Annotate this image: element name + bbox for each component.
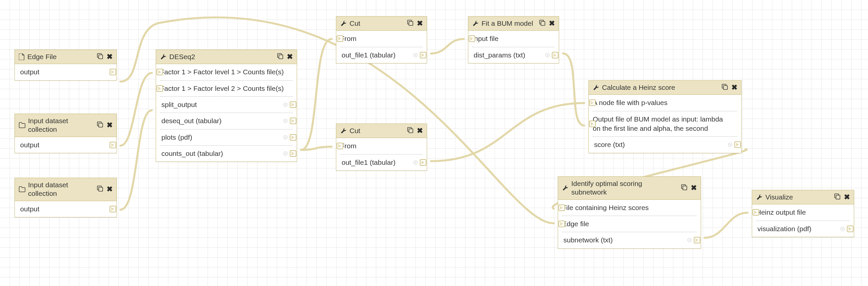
node-cut-2[interactable]: Cut ✖ From out_file1 (tabular) (336, 123, 427, 171)
duplicate-icon[interactable] (97, 53, 103, 61)
duplicate-icon[interactable] (721, 84, 728, 92)
node-header[interactable]: Edge File ✖ (15, 50, 117, 64)
output-terminal[interactable] (694, 237, 700, 244)
output-label: out_file1 (tabular) (342, 51, 395, 59)
output-terminal[interactable] (734, 141, 741, 148)
input-terminal[interactable] (589, 99, 596, 106)
node-calculate-heinz-score[interactable]: Calculate a Heinz score ✖ A node file wi… (588, 80, 742, 153)
output-terminal[interactable] (847, 226, 854, 232)
svg-point-9 (285, 104, 286, 105)
node-edge-file[interactable]: Edge File ✖ output (14, 50, 117, 81)
node-identify-subnetwork[interactable]: Identify optimal scoring subnetwork ✖ Fi… (558, 176, 701, 249)
input-terminal[interactable] (752, 209, 759, 216)
duplicate-icon[interactable] (834, 193, 841, 201)
svg-point-13 (285, 137, 286, 138)
node-input-collection-1[interactable]: Input dataset collection ✖ output (14, 114, 117, 153)
output-terminal[interactable] (290, 102, 297, 108)
node-header[interactable]: Identify optimal scoring subnetwork ✖ (558, 177, 701, 200)
input-terminal[interactable] (558, 204, 565, 211)
close-icon[interactable]: ✖ (732, 84, 737, 91)
close-icon[interactable]: ✖ (417, 127, 423, 135)
duplicate-icon[interactable] (97, 121, 103, 130)
gear-icon[interactable] (687, 237, 692, 243)
input-terminal[interactable] (558, 221, 565, 227)
node-title: Input dataset collection (28, 117, 94, 134)
folder-icon (19, 186, 25, 192)
output-label: dist_params (txt) (474, 51, 525, 59)
input-row: A node file with p-values (593, 95, 737, 111)
gear-icon[interactable] (727, 142, 733, 147)
close-icon[interactable]: ✖ (106, 185, 113, 193)
duplicate-icon[interactable] (681, 184, 687, 192)
close-icon[interactable]: ✖ (417, 20, 423, 27)
duplicate-icon[interactable] (277, 53, 283, 61)
output-terminal[interactable] (420, 52, 426, 58)
node-header[interactable]: Input dataset collection ✖ (15, 114, 117, 137)
gear-icon[interactable] (413, 160, 418, 165)
duplicate-icon[interactable] (97, 185, 103, 194)
svg-point-35 (689, 240, 690, 241)
node-fit-bum-model[interactable]: Fit a BUM model ✖ Input file dist_params… (468, 16, 559, 63)
input-terminal[interactable] (469, 35, 475, 42)
close-icon[interactable]: ✖ (549, 20, 555, 27)
node-header[interactable]: DESeq2 ✖ (156, 50, 297, 64)
node-header[interactable]: Cut ✖ (336, 17, 427, 31)
output-terminal[interactable] (290, 118, 297, 124)
node-title: Visualize (765, 193, 831, 201)
node-header[interactable]: Input dataset collection ✖ (15, 178, 117, 201)
input-label: Input file (472, 35, 498, 42)
node-header[interactable]: Calculate a Heinz score ✖ (589, 81, 741, 95)
input-terminal[interactable] (156, 85, 163, 92)
wrench-icon (756, 194, 763, 200)
gear-icon[interactable] (283, 102, 288, 107)
node-cut-1[interactable]: Cut ✖ From out_file1 (tabular) (336, 16, 427, 63)
close-icon[interactable]: ✖ (844, 194, 850, 201)
output-label: output (20, 205, 39, 213)
wrench-icon (160, 54, 167, 60)
svg-point-23 (415, 162, 416, 163)
output-label: deseq_out (tabular) (161, 117, 221, 124)
output-label: score (txt) (594, 141, 625, 148)
svg-rect-37 (836, 195, 840, 199)
input-terminal[interactable] (337, 35, 343, 42)
input-terminal[interactable] (589, 120, 596, 127)
close-icon[interactable]: ✖ (106, 53, 113, 60)
node-deseq2[interactable]: DESeq2 ✖ Factor 1 > Factor level 1 > Cou… (156, 50, 297, 162)
input-row: Heinz output file (756, 204, 850, 220)
gear-icon[interactable] (283, 118, 288, 123)
close-icon[interactable]: ✖ (287, 53, 293, 60)
svg-rect-7 (279, 55, 283, 59)
node-header[interactable]: Fit a BUM model ✖ (468, 17, 559, 31)
gear-icon[interactable] (545, 53, 550, 58)
output-terminal[interactable] (290, 134, 297, 141)
node-input-collection-2[interactable]: Input dataset collection ✖ output (14, 178, 117, 217)
duplicate-icon[interactable] (407, 20, 413, 28)
gear-icon[interactable] (283, 151, 288, 156)
input-terminal[interactable] (156, 69, 163, 75)
duplicate-icon[interactable] (539, 20, 546, 28)
node-title: Input dataset collection (28, 181, 94, 198)
output-row: split_output (160, 96, 293, 113)
node-header[interactable]: Cut ✖ (336, 124, 427, 138)
input-terminal[interactable] (337, 143, 343, 149)
output-terminal[interactable] (290, 150, 297, 157)
gear-icon[interactable] (840, 226, 845, 231)
output-row: dist_params (txt) (472, 47, 555, 63)
svg-point-27 (547, 55, 548, 56)
output-label: plots (pdf) (161, 134, 192, 141)
output-label: counts_out (tabular) (161, 150, 223, 157)
output-terminal[interactable] (552, 52, 558, 58)
node-visualize[interactable]: Visualize ✖ Heinz output file visualizat… (752, 190, 854, 237)
output-row: out_file1 (tabular) (340, 154, 423, 170)
svg-point-31 (730, 144, 731, 146)
node-header[interactable]: Visualize ✖ (752, 190, 854, 204)
gear-icon[interactable] (283, 135, 288, 140)
output-terminal[interactable] (420, 159, 426, 166)
output-terminal[interactable] (110, 206, 116, 212)
close-icon[interactable]: ✖ (691, 184, 697, 192)
output-terminal[interactable] (110, 142, 116, 148)
output-terminal[interactable] (110, 69, 116, 75)
gear-icon[interactable] (413, 53, 418, 58)
duplicate-icon[interactable] (407, 127, 413, 135)
close-icon[interactable]: ✖ (106, 121, 113, 129)
